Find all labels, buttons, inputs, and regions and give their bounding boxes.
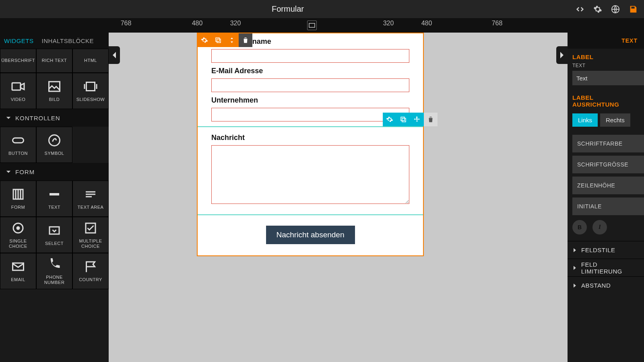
- checkbox-icon: [83, 221, 98, 235]
- form-stage[interactable]: Vor- & Nachname E-Mail Adresse Unternehm…: [197, 33, 424, 256]
- block-move[interactable]: [410, 113, 424, 126]
- flag-icon: [83, 259, 98, 274]
- widget-symbol[interactable]: SYMBOL: [36, 127, 72, 163]
- block-duplicate[interactable]: [396, 113, 410, 126]
- block-delete[interactable]: [424, 113, 438, 126]
- widget-single-choice[interactable]: SINGLE CHOICE: [0, 217, 36, 253]
- submit-button[interactable]: Nachricht absenden: [266, 226, 355, 244]
- svg-point-6: [49, 135, 60, 146]
- widget-label: BILD: [49, 97, 60, 102]
- widget-form[interactable]: FORM: [0, 181, 36, 217]
- company-input[interactable]: [211, 108, 409, 121]
- svg-rect-11: [50, 227, 59, 234]
- label-text-input[interactable]: [572, 71, 644, 85]
- field-label: Nachricht: [211, 134, 409, 142]
- message-textarea[interactable]: [211, 145, 409, 204]
- widget-richtext[interactable]: RICH TEXT: [36, 49, 72, 73]
- button-icon: [11, 133, 25, 148]
- canvas-prev[interactable]: [109, 46, 120, 64]
- email-input[interactable]: [211, 78, 409, 92]
- widget-email[interactable]: EMAIL: [0, 253, 36, 289]
- alignment-segment: Links Rechts: [568, 110, 644, 132]
- font-color-row[interactable]: SCHRIFTFARBE: [572, 135, 644, 152]
- topbar: Formular: [0, 0, 644, 18]
- widget-label: SINGLE CHOICE: [9, 239, 27, 249]
- ruler-tick: 768: [492, 20, 503, 27]
- block-settings[interactable]: [198, 33, 211, 47]
- widget-slideshow[interactable]: SLIDESHOW: [72, 73, 109, 109]
- widget-image[interactable]: BILD: [36, 73, 72, 109]
- video-icon: [11, 79, 25, 94]
- bold-button[interactable]: B: [572, 220, 587, 234]
- device-icon[interactable]: [307, 21, 317, 30]
- collapse-feld-limitierung[interactable]: FELD LIMITIERUNG: [568, 259, 644, 276]
- collapse-abstand[interactable]: ABSTAND: [568, 276, 644, 294]
- gear-icon[interactable]: [593, 5, 602, 14]
- canvas-next[interactable]: [556, 46, 568, 64]
- svg-rect-1: [309, 23, 315, 27]
- ruler-tick: 320: [383, 20, 394, 27]
- collapse-label: FELDSTILE: [581, 247, 615, 253]
- svg-rect-2: [12, 83, 21, 90]
- widget-multiple-choice[interactable]: MULTIPLE CHOICE: [72, 217, 109, 253]
- align-left-button[interactable]: Links: [572, 113, 598, 127]
- page-title: Formular: [0, 4, 576, 14]
- line-height-row[interactable]: ZEILENHÖHE: [572, 177, 644, 194]
- align-right-button[interactable]: Rechts: [600, 113, 630, 127]
- italic-button[interactable]: I: [592, 220, 607, 234]
- block-settings[interactable]: [383, 113, 396, 126]
- widget-html[interactable]: HTML: [72, 49, 109, 73]
- widget-label: SYMBOL: [45, 151, 64, 156]
- field-label: Unternehmen: [211, 96, 409, 105]
- select-icon: [47, 223, 62, 238]
- block-sort[interactable]: [225, 33, 239, 47]
- collapse-label: FELD LIMITIERUNG: [581, 261, 639, 275]
- svg-point-10: [17, 226, 20, 230]
- section-kontrollen[interactable]: KONTROLLEN: [0, 109, 109, 127]
- svg-rect-14: [216, 38, 219, 41]
- section-label-title: LABEL: [568, 49, 644, 63]
- widget-country[interactable]: COUNTRY: [72, 253, 109, 289]
- widget-label: RICH TEXT: [42, 58, 67, 63]
- name-input[interactable]: [211, 49, 409, 63]
- form-icon: [11, 187, 25, 202]
- email-icon: [11, 259, 25, 274]
- svg-rect-16: [401, 117, 405, 121]
- collapse-feldstile[interactable]: FELDSTILE: [568, 241, 644, 259]
- widget-label: TEXT AREA: [78, 205, 104, 210]
- left-panel: WIDGETS INHALTSBLÖCKE ÜBERSCHRIFT RICH T…: [0, 33, 109, 362]
- tab-text[interactable]: TEXT: [621, 37, 638, 44]
- widget-phone[interactable]: PHONE NUMBER: [36, 253, 72, 289]
- widget-label: SELECT: [45, 241, 64, 246]
- widget-label: PHONE NUMBER: [44, 275, 65, 285]
- widget-heading[interactable]: ÜBERSCHRIFT: [0, 49, 36, 73]
- widget-label: HTML: [84, 58, 97, 63]
- ruler-tick: 768: [121, 20, 132, 27]
- widget-select[interactable]: SELECT: [36, 217, 72, 253]
- initial-row[interactable]: INITIALE: [572, 197, 644, 215]
- image-icon: [47, 79, 62, 94]
- tab-widgets[interactable]: WIDGETS: [0, 33, 38, 49]
- widget-label: BUTTON: [8, 151, 28, 156]
- widget-textarea[interactable]: TEXT AREA: [72, 181, 109, 217]
- widget-text[interactable]: TEXT: [36, 181, 72, 217]
- widget-button[interactable]: BUTTON: [0, 127, 36, 163]
- widget-video[interactable]: VIDEO: [0, 73, 36, 109]
- field-email[interactable]: E-Mail Adresse: [198, 63, 423, 92]
- svg-rect-8: [50, 193, 59, 195]
- block-duplicate[interactable]: [211, 33, 225, 47]
- block-delete[interactable]: [239, 33, 252, 47]
- field-message-block[interactable]: Nachricht: [198, 126, 423, 215]
- block-toolbar-selected: [383, 113, 438, 126]
- section-form[interactable]: FORM: [0, 163, 109, 181]
- widget-label: EMAIL: [11, 277, 25, 282]
- field-label: E-Mail Adresse: [211, 67, 409, 75]
- font-size-row[interactable]: SCHRIFTGRÖSSE: [572, 156, 644, 173]
- symbol-icon: [47, 133, 62, 148]
- sublabel-text: TEXT: [568, 63, 644, 68]
- tab-content-blocks[interactable]: INHALTSBLÖCKE: [38, 33, 98, 49]
- globe-icon[interactable]: [611, 5, 620, 14]
- save-icon[interactable]: [629, 5, 638, 14]
- code-icon[interactable]: [576, 5, 584, 14]
- text-icon: [47, 187, 62, 202]
